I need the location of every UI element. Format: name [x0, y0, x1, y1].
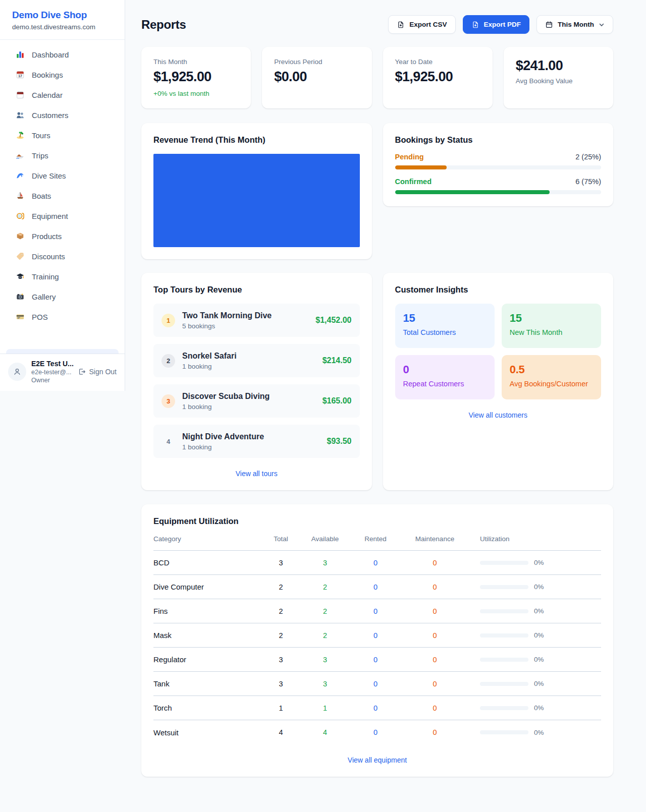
export-pdf-button[interactable]: Export PDF [463, 15, 530, 34]
sidebar-item-boats[interactable]: Boats [6, 186, 119, 206]
sidebar-item-discounts[interactable]: Discounts [6, 246, 119, 266]
stat-value: $0.00 [274, 69, 359, 85]
table-row: Mask22000% [153, 623, 601, 648]
package-icon [15, 231, 25, 241]
cell-maintenance: 0 [401, 607, 469, 615]
tour-amount: $1,452.00 [315, 316, 351, 325]
insight-label: Total Customers [403, 328, 487, 336]
revenue-bar [153, 154, 360, 247]
revenue-trend-card: Revenue Trend (This Month) [141, 123, 372, 259]
utilization-bar [480, 682, 528, 686]
sidebar-item-trips[interactable]: Trips [6, 145, 119, 165]
user-section: E2E Test U... e2e-tester@... Owner Sign … [0, 354, 125, 391]
sidebar-item-label: Trips [32, 151, 48, 160]
tour-item[interactable]: 1Two Tank Morning Dive5 bookings$1,452.0… [153, 304, 360, 337]
tour-name: Night Dive Adventure [182, 432, 320, 441]
sidebar-item-customers[interactable]: Customers [6, 105, 119, 125]
credit-card-icon [15, 312, 25, 322]
sidebar-item-training[interactable]: Training [6, 266, 119, 286]
sidebar-item-gallery[interactable]: Gallery [6, 286, 119, 307]
stat-card-avg-booking-value: $241.00Avg Booking Value [504, 47, 613, 108]
customer-insights-card: Customer Insights 15Total Customers15New… [383, 273, 614, 490]
tour-amount: $214.50 [322, 356, 352, 365]
charts-row: Revenue Trend (This Month) Bookings by S… [141, 123, 613, 259]
column-header-available: Available [300, 535, 350, 543]
sidebar-item-pos[interactable]: POS [6, 307, 119, 327]
tour-info: Snorkel Safari1 booking [182, 352, 315, 370]
cell-utilization: 0% [469, 631, 601, 639]
sidebar-item-calendar[interactable]: Calendar [6, 85, 119, 105]
tour-info: Two Tank Morning Dive5 bookings [182, 311, 308, 330]
cell-category: Wetsuit [153, 728, 262, 737]
sidebar-item-label: POS [32, 313, 48, 321]
avatar [8, 363, 26, 381]
cell-total: 1 [262, 704, 300, 712]
sidebar-item-dashboard[interactable]: Dashboard [6, 44, 119, 65]
utilization-text: 0% [534, 680, 544, 687]
cell-total: 4 [262, 728, 300, 736]
sign-out-button[interactable]: Sign Out [78, 368, 117, 376]
insight-tile-total-customers: 15Total Customers [395, 304, 495, 348]
tour-item[interactable]: 3Discover Scuba Diving1 booking$165.00 [153, 384, 360, 418]
speedboat-icon [15, 150, 25, 160]
calendar-icon [545, 21, 553, 29]
sidebar-item-bookings[interactable]: 17Bookings [6, 65, 119, 85]
tour-item[interactable]: 2Snorkel Safari1 booking$214.50 [153, 344, 360, 377]
person-icon [13, 367, 22, 376]
sidebar-item-dive-sites[interactable]: Dive Sites [6, 165, 119, 186]
stat-label: This Month [153, 58, 239, 66]
cell-available: 3 [300, 559, 350, 567]
sidebar-item-reports-active[interactable] [6, 349, 119, 354]
cell-total: 2 [262, 583, 300, 591]
sidebar-item-tours[interactable]: Tours [6, 125, 119, 145]
export-csv-button[interactable]: Export CSV [388, 15, 455, 34]
sidebar-item-label: Customers [32, 111, 69, 120]
user-name: E2E Test U... [31, 360, 73, 368]
cell-category: Mask [153, 631, 262, 640]
stat-value: $241.00 [516, 58, 601, 74]
stat-value: $1,925.00 [153, 69, 239, 85]
sidebar-item-equipment[interactable]: Equipment [6, 206, 119, 226]
rank-badge: 4 [162, 435, 175, 448]
utilization-bar [480, 609, 528, 613]
tour-list: 1Two Tank Morning Dive5 bookings$1,452.0… [153, 304, 360, 458]
column-header-maintenance: Maintenance [401, 535, 469, 543]
view-all-equipment-link[interactable]: View all equipment [348, 756, 407, 764]
tour-name: Snorkel Safari [182, 352, 315, 361]
cell-available: 4 [300, 728, 350, 736]
tour-item[interactable]: 4Night Dive Adventure1 booking$93.50 [153, 425, 360, 458]
export-csv-label: Export CSV [409, 21, 447, 28]
tour-bookings: 1 booking [182, 443, 320, 451]
view-all-tours-link[interactable]: View all tours [236, 470, 278, 478]
status-row-pending: Pending2 (25%) [395, 153, 602, 169]
sidebar-item-label: Dashboard [32, 50, 69, 59]
utilization-bar [480, 585, 528, 589]
table-row: Torch11000% [153, 696, 601, 720]
sign-out-icon [78, 368, 86, 376]
insight-tile-repeat-customers: 0Repeat Customers [395, 355, 495, 399]
utilization-text: 0% [534, 704, 544, 712]
brand-name[interactable]: Demo Dive Shop [12, 10, 113, 21]
cell-category: Torch [153, 704, 262, 712]
insight-tile-new-this-month: 15New This Month [502, 304, 601, 348]
cell-available: 2 [300, 631, 350, 640]
progress-bar-track [395, 165, 602, 169]
cell-category: Tank [153, 679, 262, 688]
brand: Demo Dive Shop demo.test.divestreams.com [0, 0, 125, 40]
page-header: Reports Export CSV Export PDF This Month [141, 15, 613, 34]
status-row-confirmed: Confirmed6 (75%) [395, 178, 602, 194]
header-actions: Export CSV Export PDF This Month [388, 15, 613, 34]
progress-bar-track [395, 190, 602, 194]
status-label: Pending [395, 153, 424, 161]
insight-value: 15 [510, 312, 593, 325]
period-dropdown[interactable]: This Month [536, 15, 613, 34]
view-all-customers-link[interactable]: View all customers [469, 411, 527, 419]
insight-value: 0.5 [510, 363, 593, 376]
stat-card-this-month: This Month$1,925.00+0% vs last month [141, 47, 251, 108]
top-tours-card: Top Tours by Revenue 1Two Tank Morning D… [141, 273, 372, 490]
app-root: Demo Dive Shop demo.test.divestreams.com… [0, 0, 646, 797]
sidebar-item-label: Products [32, 232, 62, 241]
cell-total: 3 [262, 559, 300, 567]
sidebar-item-products[interactable]: Products [6, 226, 119, 246]
table-row: Dive Computer22000% [153, 575, 601, 599]
